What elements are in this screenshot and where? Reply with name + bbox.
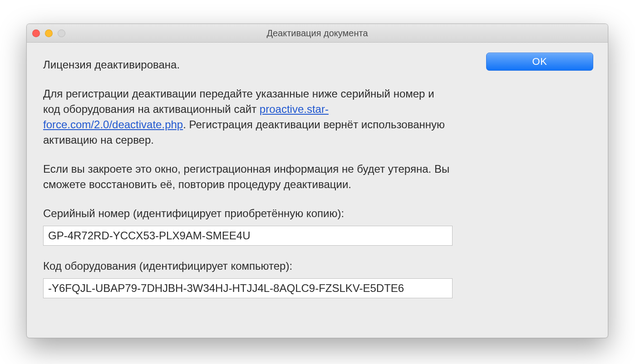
dialog-body: OK Лицензия деактивирована. Для регистра… (27, 43, 608, 338)
close-icon[interactable] (32, 29, 40, 37)
minimize-icon[interactable] (45, 29, 53, 37)
dialog-window: Деактивация документа OK Лицензия деакти… (26, 24, 608, 338)
message-text: Лицензия деактивирована. Для регистрации… (43, 57, 453, 298)
message-line-3: Если вы закроете это окно, регистрационн… (43, 161, 453, 192)
serial-label: Серийный номер (идентифицирует приобретё… (43, 206, 453, 221)
titlebar: Деактивация документа (27, 24, 608, 43)
hardware-code-field[interactable] (43, 278, 453, 298)
hardware-code-label: Код оборудования (идентифицирует компьют… (43, 258, 453, 274)
ok-button[interactable]: OK (486, 53, 593, 71)
message-line-2a: Для регистрации деактивации передайте ук… (43, 87, 434, 115)
window-title: Деактивация документа (266, 28, 368, 39)
message-line-1: Лицензия деактивирована. (43, 57, 453, 73)
message-line-2: Для регистрации деактивации передайте ук… (43, 86, 453, 148)
serial-field[interactable] (43, 226, 453, 246)
zoom-icon (58, 29, 65, 37)
window-controls (32, 24, 65, 42)
